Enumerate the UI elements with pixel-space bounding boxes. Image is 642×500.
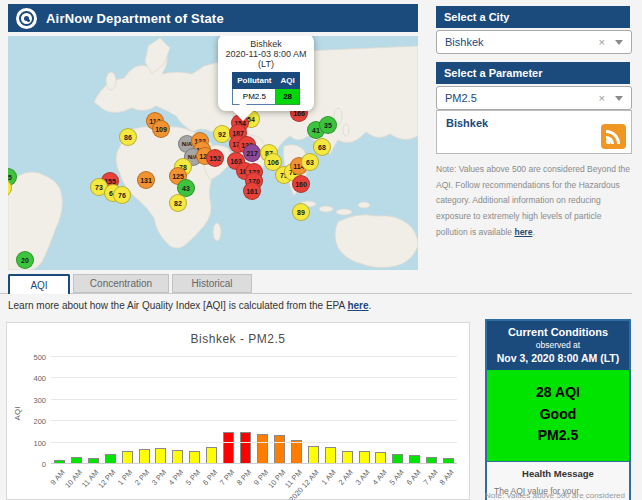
chart-bar-slot: 4 AM	[373, 357, 390, 464]
aqi-marker[interactable]: 217	[243, 144, 261, 162]
chart-bar[interactable]	[240, 432, 251, 464]
tab-aqi[interactable]: AQI	[8, 274, 70, 294]
chart-x-tick: 7 AM	[421, 468, 439, 487]
popup-aqi-header: AQI	[276, 73, 299, 89]
chart-x-tick: 10 AM	[63, 468, 84, 490]
chart-x-tick: 1 PM	[116, 468, 134, 487]
chart-bar-slot: 4 PM	[169, 357, 186, 464]
aqi-value: 28 AQI	[489, 382, 627, 404]
chart-x-tick: 12 PM	[97, 468, 118, 490]
aqi-marker[interactable]: 35	[319, 116, 337, 134]
aqi-marker[interactable]: 63	[301, 153, 319, 171]
chart-x-tick: 1 AM	[320, 468, 338, 487]
chart-bar[interactable]	[223, 432, 234, 464]
chart-bars: 9 AM10 AM11 AM12 PM1 PM2 PM3 PM4 PM5 PM6…	[51, 357, 457, 464]
sidebar-note-here-link[interactable]: here	[514, 227, 532, 237]
chart-bar[interactable]	[139, 449, 150, 464]
city-select[interactable]: Bishkek ×	[436, 30, 632, 54]
tab-historical[interactable]: Historical	[172, 274, 252, 293]
popup-pollutant-value: PM2.5	[233, 89, 276, 105]
chart-y-tick: 300	[22, 395, 46, 404]
chart-y-tick: 100	[22, 438, 46, 447]
parameter-clear-icon[interactable]: ×	[599, 92, 605, 104]
aqi-marker[interactable]: 86	[119, 128, 137, 146]
chart-x-tick: 6 AM	[404, 468, 422, 487]
aqi-marker[interactable]: 160	[292, 175, 310, 193]
chart-gridline	[51, 442, 457, 443]
chart-bar[interactable]	[274, 435, 285, 464]
parameter-select-value: PM2.5	[445, 92, 599, 104]
chart-bar-slot: 9 PM	[254, 357, 271, 464]
aqi-marker[interactable]: 82	[169, 194, 187, 212]
aqi-marker[interactable]: 161	[243, 182, 261, 200]
chart-y-tick: 0	[22, 460, 46, 469]
current-conditions-header: Current Conditions observed at Nov 3, 20…	[487, 321, 629, 370]
chart-bar-slot: 2 PM	[136, 357, 153, 464]
chart-bar-slot: 1 PM	[119, 357, 136, 464]
chart-x-tick: 7 PM	[218, 468, 236, 487]
chart-bar[interactable]	[291, 440, 302, 464]
popup-aqi-value: 28	[276, 89, 299, 105]
health-message-header: Health Message	[494, 468, 622, 479]
chart-bar[interactable]	[122, 451, 133, 464]
chart-bar-slot: 5 PM	[186, 357, 203, 464]
rss-feed-box: Bishkek	[436, 110, 632, 154]
chart-bar-slot: 12 PM	[102, 357, 119, 464]
chart-y-tick: 200	[22, 417, 46, 426]
rss-icon[interactable]	[601, 124, 626, 149]
learn-more-here-link[interactable]: here	[347, 300, 368, 311]
observed-at-label: observed at	[489, 340, 627, 350]
aqi-pollutant: PM2.5	[489, 425, 627, 447]
chart-x-tick: 8 PM	[235, 468, 253, 487]
airnow-app: AirNow Department of State	[0, 0, 642, 500]
popup-datetime: 2020-11-03 8:00 AM	[222, 49, 310, 59]
chart-bar-slot: 10 AM	[68, 357, 85, 464]
aqi-category: Good	[489, 404, 627, 426]
parameter-select[interactable]: PM2.5 ×	[436, 86, 632, 110]
chart-bar[interactable]	[155, 448, 166, 464]
chart-x-tick: 4 PM	[167, 468, 185, 487]
chart-bar-slot: 10 PM	[271, 357, 288, 464]
chart-x-tick: 4 AM	[370, 468, 388, 487]
app-title: AirNow Department of State	[46, 11, 224, 26]
tab-concentration[interactable]: Concentration	[73, 274, 169, 293]
chart-x-tick: 3 AM	[353, 468, 371, 487]
chart-bar-slot: 7 PM	[220, 357, 237, 464]
tab-divider	[0, 293, 632, 294]
chart-x-tick: 8 AM	[438, 468, 456, 487]
chart-bar-slot: 6 AM	[406, 357, 423, 464]
chart-bar-slot: 6 PM	[203, 357, 220, 464]
aqi-marker[interactable]: 131	[137, 171, 155, 189]
parameter-caret-down-icon[interactable]	[615, 96, 623, 101]
chart-bar-slot: 11 AM	[85, 357, 102, 464]
chart-x-tick: 5 AM	[387, 468, 405, 487]
aqi-marker[interactable]: 68	[313, 138, 331, 156]
chart-bar-slot: 3 AM	[356, 357, 373, 464]
chart-x-tick: 10 PM	[266, 468, 287, 490]
aqi-marker[interactable]: 109	[152, 120, 170, 138]
aqi-marker[interactable]: 89	[292, 203, 310, 221]
city-clear-icon[interactable]: ×	[599, 36, 605, 48]
chart-bar-slot: 2 AM	[339, 357, 356, 464]
chart-bar-slot: 11 PM	[288, 357, 305, 464]
current-conditions-title: Current Conditions	[489, 326, 627, 338]
world-aqi-map[interactable]: 252011210986N/A132118N/A1241527812543821…	[8, 36, 418, 270]
chart-bar[interactable]	[325, 447, 336, 464]
aqi-marker[interactable]: 76	[113, 186, 131, 204]
map-popup: Bishkek 2020-11-03 8:00 AM (LT) Pollutan…	[218, 36, 314, 111]
chart-bar-slot: 2020 12 AM	[305, 357, 322, 464]
chart-bar[interactable]	[257, 434, 268, 464]
chart-bar-slot: 8 AM	[440, 357, 457, 464]
chart-bar[interactable]	[308, 446, 319, 464]
city-select-value: Bishkek	[445, 36, 599, 48]
chart-bar[interactable]	[206, 447, 217, 464]
chart-y-tick: 500	[22, 353, 46, 362]
chart-bar[interactable]	[342, 451, 353, 464]
city-caret-down-icon[interactable]	[615, 40, 623, 45]
chart-bar[interactable]	[172, 450, 183, 464]
chart-bar-slot: 3 PM	[153, 357, 170, 464]
observed-datetime: Nov 3, 2020 8:00 AM (LT)	[489, 352, 627, 364]
aqi-marker[interactable]: 152	[206, 149, 224, 167]
chart-x-tick: 6 PM	[201, 468, 219, 487]
aqi-marker[interactable]: 20	[16, 251, 34, 269]
